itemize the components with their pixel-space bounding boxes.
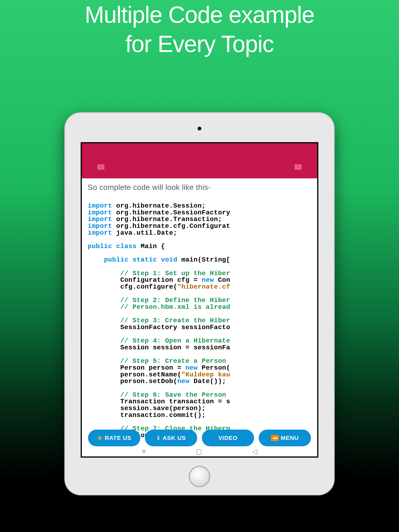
menu-button[interactable]: ◂◂ MENU [259,430,311,446]
android-nav-bar: ≡ ▢ ◁ [82,446,317,456]
app-header: ← → [82,143,317,178]
arrow-left-icon: ← [99,165,103,169]
promo-headline: Multiple Code example for Every Topic [0,0,399,58]
download-icon: ⇩ [156,435,161,441]
ask-us-label: ASK US [163,435,186,441]
rate-us-label: RATE US [105,435,131,441]
recent-apps-button[interactable]: ≡ [142,448,146,455]
rate-us-button[interactable]: ★ RATE US [88,430,140,446]
video-button[interactable]: VIDEO [202,430,254,446]
menu-label: MENU [281,435,299,441]
arrow-right-icon: → [296,165,300,169]
bottom-action-bar: ★ RATE US ⇩ ASK US VIDEO ◂◂ MENU [82,430,317,446]
app-screen: ← → So complete code will look like this… [81,142,318,458]
rewind-icon: ◂◂ [271,435,279,441]
content-area: So complete code will look like this- im… [82,178,317,439]
headline-line-2: for Every Topic [0,29,399,58]
star-icon: ★ [97,434,103,442]
intro-text: So complete code will look like this- [88,183,311,192]
tablet-frame: ← → So complete code will look like this… [65,113,334,495]
home-nav-button[interactable]: ▢ [196,448,202,455]
ask-us-button[interactable]: ⇩ ASK US [145,430,197,446]
home-button[interactable] [189,466,210,487]
back-nav-button[interactable]: ◁ [252,448,257,455]
headline-line-1: Multiple Code example [0,0,399,29]
nav-forward-button[interactable]: → [295,164,302,170]
video-label: VIDEO [219,435,238,441]
code-example: import org.hibernate.Session; import org… [88,203,311,439]
nav-back-button[interactable]: ← [97,164,104,170]
tablet-camera [198,127,201,130]
